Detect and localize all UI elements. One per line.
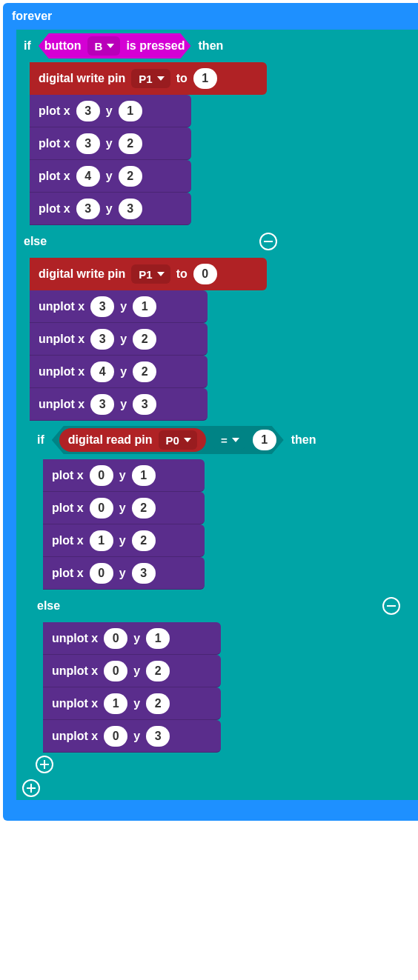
number-input[interactable]: 0 xyxy=(104,726,127,747)
plot-block[interactable]: plot x 0 y 2 xyxy=(43,492,205,524)
digital-write-block[interactable]: digital write pin P1 to 1 xyxy=(30,62,267,95)
number-input[interactable]: 1 xyxy=(133,296,156,317)
number-input[interactable]: 2 xyxy=(132,530,156,551)
number-input[interactable]: 2 xyxy=(133,361,156,382)
plus-icon[interactable] xyxy=(22,779,40,797)
plot-block[interactable]: plot x 1 y 2 xyxy=(43,524,205,557)
if-header: if digital read pin P0 = xyxy=(30,421,418,459)
pin-dropdown[interactable]: P1 xyxy=(131,69,170,88)
number-input[interactable]: 3 xyxy=(90,394,114,415)
operator-value: = xyxy=(221,434,228,447)
operator-dropdown[interactable]: = xyxy=(213,430,245,450)
minus-icon[interactable] xyxy=(382,597,400,615)
number-input[interactable]: 1 xyxy=(132,465,156,486)
plot-block[interactable]: plot x 0 y 1 xyxy=(43,459,205,492)
unplot-label: unplot x xyxy=(39,333,84,346)
pin-dropdown[interactable]: P1 xyxy=(131,264,170,284)
number-input[interactable]: 2 xyxy=(133,329,156,350)
number-input[interactable]: 1 xyxy=(146,628,170,649)
button-pressed-condition[interactable]: button B is pressed xyxy=(39,33,191,59)
unplot-label: unplot x xyxy=(52,632,98,645)
digital-read-block[interactable]: digital read pin P0 xyxy=(59,428,206,452)
number-input[interactable]: 2 xyxy=(146,661,170,681)
unplot-block[interactable]: unplot x 3 y 1 xyxy=(30,290,208,323)
unplot-label: unplot x xyxy=(52,730,98,743)
unplot-block[interactable]: unplot x 0 y 3 xyxy=(43,720,221,753)
unplot-block[interactable]: unplot x 0 y 2 xyxy=(43,655,221,687)
y-label: y xyxy=(106,104,113,118)
number-input[interactable]: 3 xyxy=(133,394,156,415)
plot-block[interactable]: plot x 3 y 3 xyxy=(30,193,191,225)
number-input[interactable]: 2 xyxy=(119,133,142,154)
number-input[interactable]: 4 xyxy=(76,166,100,187)
number-input[interactable]: 0 xyxy=(90,465,113,486)
plot-label: plot x xyxy=(39,104,70,118)
plot-block[interactable]: plot x 0 y 3 xyxy=(43,557,205,590)
number-input[interactable]: 2 xyxy=(146,693,170,714)
chevron-down-icon xyxy=(107,44,114,48)
number-input[interactable]: 0 xyxy=(90,498,113,519)
number-input[interactable]: 3 xyxy=(90,296,114,317)
number-input[interactable]: 3 xyxy=(76,101,100,121)
pin-value: P1 xyxy=(139,268,152,281)
chevron-down-icon xyxy=(157,272,165,276)
number-input[interactable]: 0 xyxy=(104,661,127,681)
minus-icon[interactable] xyxy=(259,233,277,250)
number-input[interactable]: 3 xyxy=(119,199,142,219)
then-keyword: then xyxy=(199,39,224,53)
number-input[interactable]: 3 xyxy=(146,726,170,747)
button-word: button xyxy=(44,39,82,53)
equals-condition[interactable]: digital read pin P0 = 1 xyxy=(52,426,284,454)
y-label: y xyxy=(133,730,140,743)
number-input[interactable]: 1 xyxy=(104,693,127,714)
unplot-block[interactable]: unplot x 0 y 1 xyxy=(43,622,221,655)
forever-footer xyxy=(3,800,418,821)
number-input[interactable]: 3 xyxy=(90,329,114,350)
unplot-label: unplot x xyxy=(52,664,98,678)
y-label: y xyxy=(120,333,127,346)
unplot-label: unplot x xyxy=(39,300,84,313)
else-keyword: else xyxy=(24,235,47,248)
chevron-down-icon xyxy=(184,438,191,442)
number-input[interactable]: 1 xyxy=(119,101,142,121)
to-label: to xyxy=(176,72,188,85)
number-input[interactable]: 0 xyxy=(104,628,127,649)
unplot-label: unplot x xyxy=(39,398,84,411)
forever-block[interactable]: forever if button B is pressed then xyxy=(3,3,418,821)
digital-read-label: digital read pin xyxy=(68,433,153,447)
pin-dropdown[interactable]: P0 xyxy=(159,430,197,450)
number-input[interactable]: 1 xyxy=(90,530,113,551)
y-label: y xyxy=(133,664,140,678)
number-input[interactable]: 2 xyxy=(119,166,142,187)
number-input[interactable]: 1 xyxy=(193,68,217,89)
y-label: y xyxy=(120,300,127,313)
number-input[interactable]: 3 xyxy=(132,563,156,584)
number-input[interactable]: 0 xyxy=(90,563,113,584)
plot-block[interactable]: plot x 4 y 2 xyxy=(30,160,191,193)
number-input[interactable]: 4 xyxy=(90,361,114,382)
plus-icon[interactable] xyxy=(36,756,53,773)
plot-block[interactable]: plot x 3 y 2 xyxy=(30,127,191,160)
number-input[interactable]: 3 xyxy=(76,133,100,154)
unplot-block[interactable]: unplot x 3 y 2 xyxy=(30,323,208,356)
unplot-block[interactable]: unplot x 3 y 3 xyxy=(30,388,208,421)
number-input[interactable]: 2 xyxy=(132,498,156,519)
number-input[interactable]: 3 xyxy=(76,199,100,219)
unplot-block[interactable]: unplot x 4 y 2 xyxy=(30,356,208,388)
if-footer xyxy=(16,776,286,800)
button-value: B xyxy=(95,40,103,53)
number-input[interactable]: 1 xyxy=(253,430,276,450)
number-input[interactable]: 0 xyxy=(193,264,217,284)
then-keyword: then xyxy=(291,433,316,447)
button-dropdown[interactable]: B xyxy=(87,36,121,56)
if-block-inner[interactable]: if digital read pin P0 = xyxy=(30,421,418,776)
y-label: y xyxy=(106,202,113,216)
plot-block[interactable]: plot x 3 y 1 xyxy=(30,95,191,127)
unplot-label: unplot x xyxy=(39,365,84,379)
unplot-block[interactable]: unplot x 1 y 2 xyxy=(43,687,221,720)
digital-write-block[interactable]: digital write pin P1 to 0 xyxy=(30,258,267,290)
pin-value: P0 xyxy=(166,434,179,447)
plot-label: plot x xyxy=(52,501,84,515)
if-block-outer[interactable]: if button B is pressed then digital writ… xyxy=(16,30,418,800)
chevron-down-icon xyxy=(157,76,165,81)
